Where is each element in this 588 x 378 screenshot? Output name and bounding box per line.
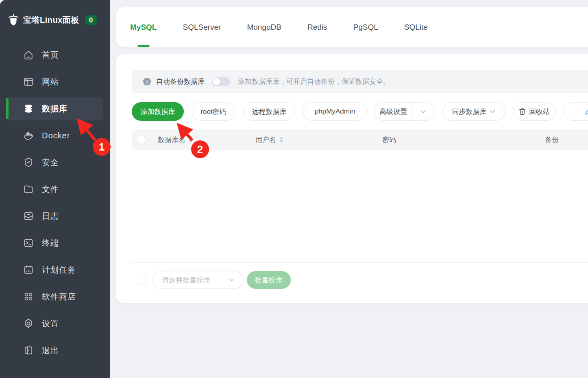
select-all-checkbox[interactable] (138, 136, 145, 143)
home-icon (22, 49, 35, 61)
database-type-tabs: MySQL SQLServer MongoDB Redis PgSQL SQLi… (116, 7, 588, 47)
auto-backup-notice: i 自动备份数据库 添加数据库后，可开启自动备份，保证数据安全。 (132, 70, 588, 93)
sidebar-item-logs[interactable]: 日志 (22, 209, 59, 223)
sidebar-item-files[interactable]: 文件 (22, 182, 59, 196)
chevron-down-icon (490, 110, 495, 114)
recycle-bin-button[interactable]: 回收站 (513, 102, 556, 121)
auto-backup-label: 自动备份数据库 (156, 77, 205, 86)
column-password: 密码 (382, 129, 396, 150)
phpmyadmin-button[interactable]: phpMyAdmin (303, 102, 367, 121)
tab-mysql[interactable]: MySQL (130, 7, 157, 47)
docker-icon (22, 129, 35, 142)
add-database-button[interactable]: 添加数据库 (132, 102, 184, 121)
database-panel: i 自动备份数据库 添加数据库后，可开启自动备份，保证数据安全。 添加数据库 r… (116, 54, 588, 303)
logout-door-icon (22, 344, 35, 356)
sidebar-item-terminal[interactable]: 终端 (22, 236, 59, 250)
batch-operation-select[interactable]: 请选择批量操作 (152, 271, 243, 289)
sync-database-button[interactable]: 同步数据库 (442, 102, 505, 121)
table-header: 数据库名 用户名 密码 备份 (132, 129, 588, 150)
column-backup: 备份 (545, 129, 559, 150)
active-item-indicator (6, 98, 9, 119)
auto-backup-toggle[interactable] (212, 77, 231, 86)
tab-sqlserver[interactable]: SQLServer (183, 7, 221, 47)
info-icon: i (143, 78, 151, 85)
sidebar-item-appstore[interactable]: 软件商店 (22, 290, 76, 304)
baota-pagoda-icon (7, 13, 20, 27)
sidebar-item-website[interactable]: 网站 (22, 75, 59, 89)
mysql-tools-button-partial[interactable]: M (564, 102, 588, 121)
chevron-down-icon[interactable] (412, 110, 434, 114)
mysql-dolphin-icon (585, 108, 588, 115)
sidebar-item-database[interactable]: 数据库 (22, 102, 68, 116)
log-inbox-icon (22, 210, 35, 222)
tab-mongodb[interactable]: MongoDB (247, 7, 281, 47)
settings-icon (22, 317, 35, 330)
sidebar: 宝塔Linux面板 0 首页 网站 (0, 0, 110, 378)
sidebar-item-settings[interactable]: 设置 (22, 317, 59, 330)
root-password-button[interactable]: root密码 (192, 102, 235, 121)
sidebar-item-docker[interactable]: Docker (22, 129, 70, 142)
advanced-settings-split-button[interactable]: 高级设置 (375, 102, 434, 121)
sort-icon[interactable] (279, 137, 283, 143)
chevron-down-icon (229, 278, 234, 282)
column-database-name[interactable]: 数据库名 (158, 129, 193, 150)
batch-operation-button[interactable]: 批量操作 (247, 271, 291, 289)
message-count-badge[interactable]: 0 (85, 15, 97, 25)
sort-icon[interactable] (189, 137, 193, 143)
remote-database-button[interactable]: 远程数据库 (243, 102, 295, 121)
website-icon (22, 76, 35, 88)
calendar-icon (22, 264, 35, 276)
app-title: 宝塔Linux面板 (23, 15, 79, 26)
app-logo: 宝塔Linux面板 0 (7, 11, 106, 28)
column-username[interactable]: 用户名 (255, 129, 283, 150)
batch-operation-bar: 请选择批量操作 批量操作 (138, 271, 291, 289)
toolbar: 添加数据库 root密码 远程数据库 phpMyAdmin 高级设置 同步数据库 (132, 102, 588, 121)
app-store-icon (22, 291, 35, 303)
database-icon (22, 103, 35, 115)
tab-pgsql[interactable]: PgSQL (353, 7, 378, 47)
folder-icon (22, 183, 35, 195)
trash-icon (519, 108, 526, 115)
sidebar-item-home[interactable]: 首页 (22, 48, 59, 62)
advanced-settings-label[interactable]: 高级设置 (375, 107, 412, 116)
batch-select-checkbox[interactable] (138, 276, 146, 284)
toggle-knob (213, 78, 220, 85)
tab-redis[interactable]: Redis (307, 7, 327, 47)
shield-check-icon (22, 156, 35, 168)
terminal-icon (22, 237, 35, 249)
sidebar-item-cron[interactable]: 计划任务 (22, 263, 76, 277)
sidebar-item-security[interactable]: 安全 (22, 155, 59, 169)
table-footer-divider (132, 262, 588, 263)
auto-backup-desc: 添加数据库后，可开启自动备份，保证数据安全。 (238, 77, 390, 86)
active-tab-underline (137, 45, 150, 47)
sidebar-item-logout[interactable]: 退出 (22, 343, 59, 357)
tab-sqlite[interactable]: SQLite (404, 7, 428, 47)
